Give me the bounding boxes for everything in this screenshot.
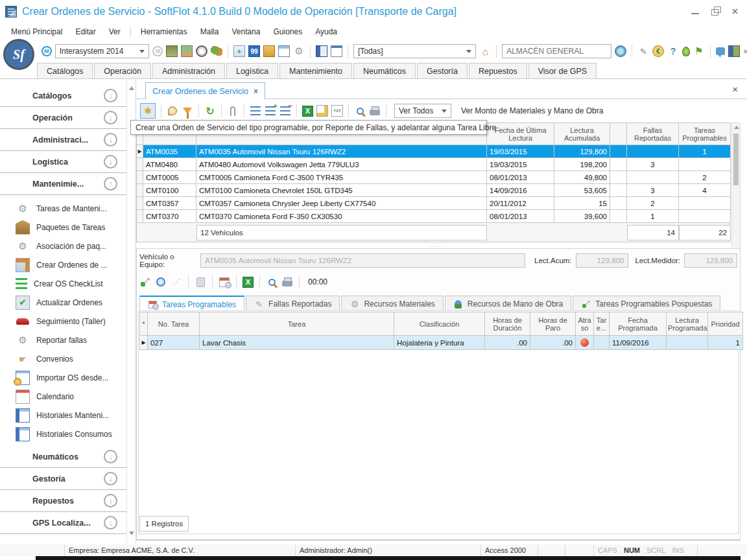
history-clock-icon[interactable] (155, 276, 167, 288)
sidebar-item-actualizar-ordenes[interactable]: ✔Actualizar Ordenes (0, 293, 126, 312)
attachment-icon[interactable] (227, 105, 239, 117)
people-icon[interactable] (211, 45, 222, 57)
sidebar-scroll-strip[interactable] (126, 80, 136, 543)
sidebar-item-crear-os-checklist[interactable]: Crear OS CheckList (0, 274, 126, 293)
col-tareas-programables[interactable]: Tareas Programables (679, 123, 731, 145)
book-icon[interactable] (316, 45, 327, 57)
form-icon[interactable] (278, 45, 290, 57)
badge-99-icon[interactable]: 99 (248, 45, 260, 57)
col-horas-paro[interactable]: Horas de Paro (530, 312, 576, 336)
scroll-up-icon[interactable] (129, 86, 134, 90)
sidebar-section-logistica[interactable]: Logistica ↓ (0, 151, 126, 173)
sidebar-item-convenios[interactable]: ☛Convenios (0, 349, 126, 368)
col-fallas-reportadas[interactable]: Fallas Reportadas (627, 123, 679, 145)
globe-icon[interactable] (615, 45, 626, 57)
bug-icon[interactable] (682, 47, 690, 56)
tab-neumaticos[interactable]: Neumáticos (353, 63, 416, 78)
print-icon[interactable] (369, 105, 381, 117)
scroll-up-icon[interactable] (734, 126, 739, 129)
m-badge-icon[interactable]: M (42, 46, 52, 56)
assign-person-icon[interactable]: ⋰ (171, 276, 182, 288)
home-icon[interactable]: ⌂ (479, 45, 491, 57)
sidebar-section-repuestos[interactable]: Repuestos ↓ (0, 490, 126, 512)
sidebar-section-administracion[interactable]: Administraci... ↓ (0, 129, 126, 151)
task-row-selected[interactable]: ▶ 027 Lavar Chasis Hojalateria y Pintura… (140, 336, 743, 350)
sidebar-item-paquetes-tareas[interactable]: Paquetes de Tareas (0, 218, 126, 237)
vehicle-row[interactable]: CMT0370 CMT0370 Camioneta Ford F-350 CX3… (137, 210, 731, 223)
schedule-task-icon[interactable] (219, 276, 230, 288)
tab-operacion[interactable]: Operación (94, 63, 151, 78)
col-lectura-programada[interactable]: Lectura Programada (667, 312, 708, 336)
vehicles-grid-scrollbar[interactable] (731, 122, 741, 261)
image-icon[interactable] (181, 45, 193, 57)
sidebar-section-gestoria[interactable]: Gestoría ↓ (0, 468, 126, 490)
splitter-handle[interactable]: ...... (136, 242, 741, 248)
close-button[interactable]: × (732, 8, 738, 16)
tab-visor-gps[interactable]: Visor de GPS (528, 63, 597, 78)
export-excel-icon[interactable]: X (302, 106, 313, 117)
vehicle-row[interactable]: CMT0100 CMT0100 Camioneta Chevrolet 150L… (137, 184, 731, 197)
tree-view-icon[interactable] (250, 105, 261, 117)
tab-catalogos[interactable]: Catálogos (37, 63, 93, 78)
col-clasificacion[interactable]: Clasificación (394, 312, 485, 336)
vehicle-row-selected[interactable]: ▶ ATM0035 ATM0035 Automovil Nissan Tsuru… (137, 145, 731, 158)
tools-search-icon[interactable]: ✎ (637, 45, 649, 57)
col-prioridad[interactable]: Prioridad (708, 312, 743, 336)
document-tab-crear-ordenes[interactable]: Crear Ordenes de Servicio × (145, 82, 265, 99)
sidebar-section-gps-localizacion[interactable]: GPS Localiza... ↓ (0, 512, 126, 534)
zoom-icon[interactable] (266, 276, 278, 288)
postpone-task-icon[interactable] (139, 276, 151, 288)
sidebar-item-seguimiento-taller[interactable]: Seguimiento (Taller) (0, 312, 126, 331)
view-materials-label[interactable]: Ver Monto de Materiales y Mano de Obra (461, 106, 603, 115)
menu-ayuda[interactable]: Ayuda (309, 25, 343, 38)
toolbar-overflow-icon[interactable]: » (743, 47, 747, 56)
menu-editar[interactable]: Editar (69, 25, 101, 38)
minimize-button[interactable] (691, 8, 700, 16)
sidebar-item-reportar-fallas[interactable]: ⚙Reportar fallas (0, 331, 126, 349)
export-txt-icon[interactable]: TXT (331, 105, 343, 117)
print-icon[interactable] (281, 276, 293, 288)
sidebar-item-importar-os[interactable]: Importar OS desde... (0, 368, 126, 387)
vehicle-row[interactable]: CMT0357 CMT0357 Camioneta Chrysler Jeep … (137, 197, 731, 210)
note-icon[interactable] (316, 105, 328, 117)
col-atraso[interactable]: Atra so (576, 312, 594, 336)
tab-gestoria[interactable]: Gestoría (417, 63, 468, 78)
gauge-icon[interactable] (196, 45, 208, 57)
tab-logistica[interactable]: Logística (226, 63, 278, 78)
col-tar-e[interactable]: Tar e... (594, 312, 610, 336)
col-fecha-programada[interactable]: Fecha Programada (610, 312, 667, 336)
col-no-tarea[interactable]: No. Tarea (148, 312, 200, 336)
tree-expand-icon[interactable] (265, 105, 276, 117)
sidebar-section-mantenimiento[interactable]: Mantenimie... ↑ (0, 173, 126, 195)
sidebar-section-operacion[interactable]: Operación ↓ (0, 107, 126, 129)
create-service-order-button[interactable]: ✱ (140, 103, 156, 119)
col-fecha-ultima-lectura[interactable]: Fecha de Última Lectura (487, 123, 554, 145)
windows-icon[interactable] (331, 45, 342, 57)
col-horas-duracion[interactable]: Horas de Duración (485, 312, 530, 336)
menu-herramientas[interactable]: Herramientas (135, 25, 193, 38)
sidebar-section-neumaticos[interactable]: Neumáticos ↓ (0, 446, 126, 468)
exit-icon[interactable] (728, 45, 740, 57)
flag-icon[interactable]: ⚑ (693, 45, 705, 57)
sidebar-item-asociacion-paquetes[interactable]: ⚙Asociación de paq... (0, 237, 126, 255)
col-blank[interactable] (610, 123, 627, 145)
search-document-icon[interactable] (167, 105, 178, 117)
tab-administracion[interactable]: Administración (152, 63, 225, 78)
col-tarea[interactable]: Tarea (200, 312, 394, 336)
archive-icon[interactable] (166, 45, 178, 57)
gear-icon[interactable]: ⚙ (293, 45, 305, 57)
currency-icon[interactable]: € (652, 45, 664, 57)
company-combobox[interactable]: Interasystem 2014 (55, 44, 150, 58)
tree-collapse-icon[interactable] (279, 105, 291, 117)
zoom-icon[interactable] (354, 105, 366, 117)
vehicle-row[interactable]: CMT0005 CMT0005 Camioneta Ford C-3500 TY… (137, 171, 731, 184)
tab-close-icon[interactable]: × (254, 87, 258, 96)
menu-malla[interactable]: Malla (195, 25, 225, 38)
export-excel-icon[interactable]: X (243, 277, 254, 288)
filter-combobox[interactable]: [Todas] (353, 44, 476, 58)
sidebar-item-calendario[interactable]: Calendario (0, 387, 126, 406)
sidebar-item-tareas-mantenimiento[interactable]: ⚙Tareas de Manteni... (0, 199, 126, 218)
new-document-icon[interactable]: + (233, 45, 245, 57)
tab-mantenimiento[interactable]: Mantenimiento (279, 63, 352, 78)
filter-icon[interactable] (182, 105, 193, 117)
